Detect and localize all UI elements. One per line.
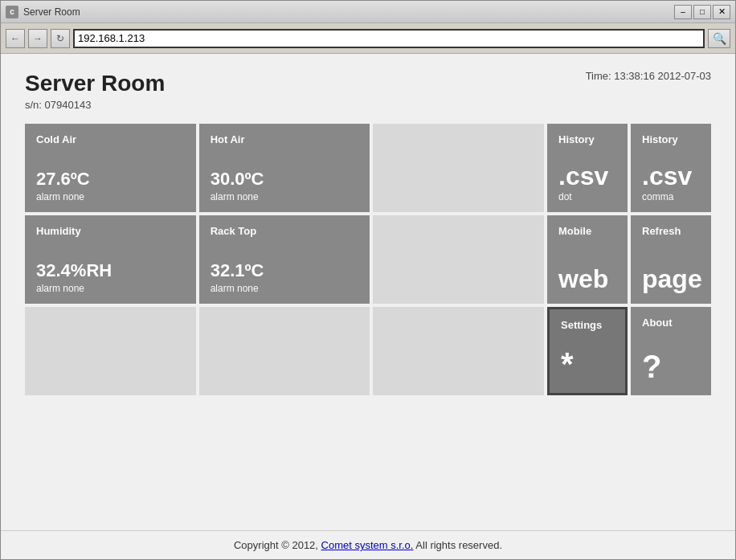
footer-link[interactable]: Comet system s.r.o. <box>321 539 414 551</box>
page-serial: s/n: 07940143 <box>25 99 165 111</box>
rack-top-alarm: alarm none <box>211 283 359 294</box>
cell-empty-1 <box>373 124 544 212</box>
page-header: Server Room s/n: 07940143 Time: 13:38:16… <box>25 70 711 111</box>
content-area: Server Room s/n: 07940143 Time: 13:38:16… <box>1 54 735 530</box>
hot-air-value: 30.0ºC <box>211 169 359 190</box>
refresh-title: Refresh <box>642 225 700 237</box>
cell-empty-2 <box>373 215 544 304</box>
rack-top-title: Rack Top <box>211 225 359 237</box>
humidity-title: Humidity <box>36 225 185 237</box>
cold-air-value: 27.6ºC <box>36 169 185 190</box>
footer-text-after: All rights reserved. <box>413 539 502 551</box>
humidity-value: 32.4%RH <box>36 260 185 281</box>
history-dot-title: History <box>558 133 616 145</box>
cell-rack-top[interactable]: Rack Top 32.1ºC alarm none <box>199 215 370 304</box>
history-comma-label: comma <box>642 191 700 202</box>
about-symbol: ? <box>642 350 700 382</box>
settings-symbol: * <box>561 348 614 380</box>
window-title: Server Room <box>23 6 674 18</box>
back-button[interactable]: ← <box>6 29 25 48</box>
cold-air-alarm: alarm none <box>36 191 185 202</box>
title-bar: c Server Room – □ ✕ <box>1 1 735 23</box>
hot-air-title: Hot Air <box>211 133 359 145</box>
address-input[interactable] <box>73 29 705 48</box>
title-block: Server Room s/n: 07940143 <box>25 70 165 111</box>
cell-refresh-page[interactable]: Refresh page <box>631 215 711 304</box>
cell-settings[interactable]: Settings * <box>547 307 628 395</box>
cell-hot-air[interactable]: Hot Air 30.0ºC alarm none <box>199 124 370 212</box>
search-button[interactable]: 🔍 <box>708 29 730 48</box>
address-bar: ← → ↻ 🔍 <box>1 23 735 54</box>
refresh-value: page <box>642 264 700 294</box>
history-dot-label: dot <box>558 191 616 202</box>
mobile-title: Mobile <box>558 225 616 237</box>
history-comma-title: History <box>642 133 700 145</box>
cell-humidity[interactable]: Humidity 32.4%RH alarm none <box>25 215 196 304</box>
browser-window: c Server Room – □ ✕ ← → ↻ 🔍 Server Room … <box>0 0 736 560</box>
cold-air-title: Cold Air <box>36 133 185 145</box>
mobile-value: web <box>558 264 616 294</box>
history-dot-value: .csv <box>558 161 616 191</box>
page-title: Server Room <box>25 70 165 97</box>
rack-top-value: 32.1ºC <box>211 260 359 281</box>
cell-mobile-web[interactable]: Mobile web <box>547 215 628 304</box>
maximize-button[interactable]: □ <box>693 5 711 19</box>
hot-air-alarm: alarm none <box>211 191 359 202</box>
cell-about[interactable]: About ? <box>631 307 711 395</box>
forward-button[interactable]: → <box>28 29 47 48</box>
close-button[interactable]: ✕ <box>713 5 730 19</box>
cell-history-dot[interactable]: History .csv dot <box>547 124 628 212</box>
sensor-grid: Cold Air 27.6ºC alarm none Hot Air 30.0º… <box>25 124 711 395</box>
page-time: Time: 13:38:16 2012-07-03 <box>586 70 711 82</box>
cell-empty-4 <box>199 307 370 395</box>
page-footer: Copyright © 2012, Comet system s.r.o. Al… <box>1 530 735 559</box>
cell-cold-air[interactable]: Cold Air 27.6ºC alarm none <box>25 124 196 212</box>
settings-title: Settings <box>561 319 614 331</box>
humidity-alarm: alarm none <box>36 283 185 294</box>
cell-history-comma[interactable]: History .csv comma <box>631 124 711 212</box>
minimize-button[interactable]: – <box>674 5 692 19</box>
cell-empty-3 <box>25 307 196 395</box>
footer-text-before: Copyright © 2012, <box>234 539 321 551</box>
browser-icon: c <box>6 6 18 18</box>
about-title: About <box>642 317 700 329</box>
window-controls: – □ ✕ <box>674 5 730 19</box>
cell-empty-5 <box>373 307 544 395</box>
refresh-button[interactable]: ↻ <box>51 29 70 48</box>
history-comma-value: .csv <box>642 161 700 191</box>
